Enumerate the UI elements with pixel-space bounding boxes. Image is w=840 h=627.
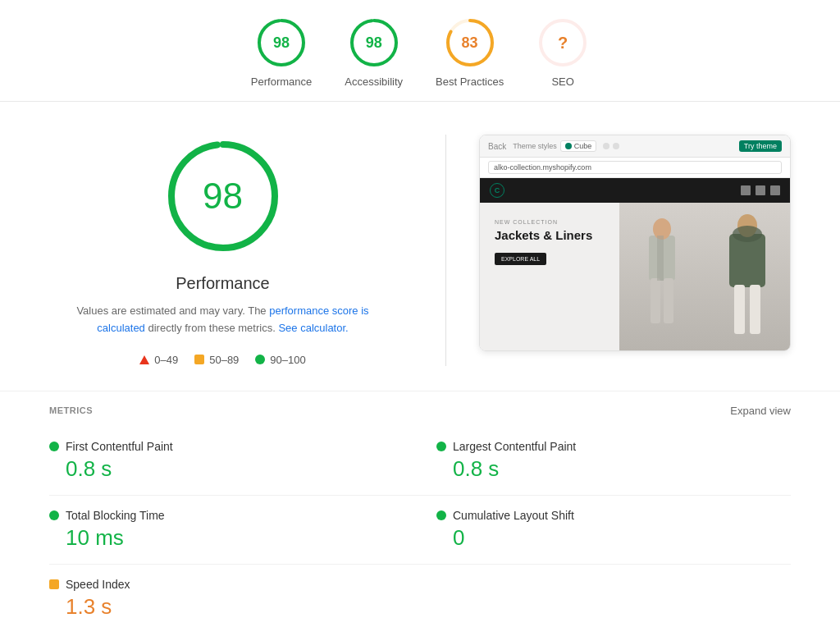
metric-si: Speed Index 1.3 s [49, 565, 420, 627]
hero-text-area: NEW COLLECTION Jackets & Liners EXPLORE … [480, 203, 619, 350]
best-practices-score-label: Best Practices [436, 76, 504, 88]
metrics-section: METRICS Expand view First Contentful Pai… [0, 391, 840, 627]
right-panel: Back Theme styles Cube Try theme alko-co [479, 135, 791, 366]
metric-lcp: Largest Contentful Paint 0.8 s [420, 427, 791, 496]
performance-score-label: Performance [251, 76, 312, 88]
big-performance-score: 98 [203, 176, 243, 217]
legend-item-green: 90–100 [255, 354, 305, 366]
metric-si-name-row: Speed Index [49, 578, 387, 591]
hero-collection-label: NEW COLLECTION [495, 219, 605, 225]
score-item-best-practices[interactable]: 83 Best Practices [436, 16, 504, 88]
browser-back-btn[interactable]: Back [488, 142, 506, 151]
store-logo-letter: C [495, 186, 500, 195]
accessibility-score-label: Accessibility [345, 76, 403, 88]
legend-square-icon [194, 355, 204, 364]
seo-score-label: SEO [551, 76, 573, 88]
metric-si-dot [49, 579, 59, 589]
nav-account-icon [756, 185, 765, 195]
browser-toolbar: Back Theme styles Cube Try theme [480, 135, 790, 158]
svg-rect-17 [734, 285, 745, 334]
metric-fcp-dot [49, 442, 59, 451]
big-performance-circle: 98 [162, 135, 285, 258]
metric-lcp-dot [436, 442, 446, 451]
best-practices-score-value: 83 [462, 35, 478, 50]
metric-fcp: First Contentful Paint 0.8 s [49, 427, 420, 496]
metrics-section-title: METRICS [49, 405, 93, 415]
score-circle-seo: ? [536, 16, 589, 69]
nav-search-icon [741, 185, 751, 195]
svg-rect-18 [750, 285, 760, 334]
score-item-performance[interactable]: 98 Performance [251, 16, 312, 88]
score-circle-accessibility: 98 [348, 16, 400, 69]
url-bar-container: alko-collection.myshopify.com [480, 158, 790, 178]
color-label: Cube [574, 142, 592, 150]
metric-cls: Cumulative Layout Shift 0 [420, 496, 791, 565]
metric-tbt: Total Blocking Time 10 ms [49, 496, 420, 565]
desc-text-2: directly from these metrics. [145, 322, 279, 334]
calculator-link[interactable]: See calculator. [278, 322, 348, 334]
score-circle-performance: 98 [255, 16, 308, 69]
metric-tbt-name: Total Blocking Time [66, 509, 165, 522]
hero-model-1 [619, 203, 705, 350]
metric-empty [420, 565, 791, 627]
performance-description: Values are estimated and may vary. The p… [67, 303, 379, 337]
metric-cls-name-row: Cumulative Layout Shift [436, 509, 791, 522]
seo-score-value: ? [558, 34, 568, 51]
hero-cta-button[interactable]: EXPLORE ALL [495, 253, 546, 265]
metric-cls-dot [436, 510, 446, 520]
legend-orange-range: 50–89 [209, 354, 239, 366]
color-dot [565, 143, 572, 149]
main-content: 98 Performance Values are estimated and … [0, 102, 840, 391]
accessibility-score-value: 98 [366, 35, 382, 50]
store-logo: C [490, 183, 504, 198]
hero-model-2 [705, 203, 790, 350]
legend-item-orange: 50–89 [194, 354, 239, 366]
metric-si-value: 1.3 s [49, 594, 387, 620]
legend-item-red: 0–49 [139, 354, 178, 366]
metric-tbt-dot [49, 510, 59, 520]
metric-lcp-name-row: Largest Contentful Paint [436, 440, 791, 453]
metric-lcp-value: 0.8 s [436, 456, 791, 482]
metric-cls-name: Cumulative Layout Shift [453, 509, 574, 522]
metric-fcp-name-row: First Contentful Paint [49, 440, 387, 453]
hero-title: Jackets & Liners [495, 228, 605, 243]
legend-dot-icon [255, 355, 265, 364]
performance-score-value: 98 [273, 35, 290, 50]
browser-action-1 [603, 143, 609, 149]
store-nav-icons [741, 185, 780, 195]
theme-styles-label: Theme styles [513, 142, 557, 150]
performance-title: Performance [176, 274, 270, 293]
metrics-grid: First Contentful Paint 0.8 s Largest Con… [49, 427, 791, 627]
expand-view-button[interactable]: Expand view [730, 405, 791, 417]
legend-red-range: 0–49 [154, 354, 178, 366]
metric-fcp-value: 0.8 s [49, 456, 387, 482]
legend-triangle-icon [139, 355, 149, 364]
score-circle-best-practices: 83 [444, 16, 496, 69]
score-item-seo[interactable]: ? SEO [536, 16, 589, 88]
metric-lcp-name: Largest Contentful Paint [453, 440, 576, 453]
browser-action-2 [613, 143, 619, 149]
nav-cart-icon [770, 185, 780, 195]
hero-models [619, 203, 790, 350]
browser-url-bar[interactable]: alko-collection.myshopify.com [488, 161, 782, 174]
svg-rect-12 [651, 278, 660, 323]
svg-point-19 [733, 226, 762, 242]
metrics-header: METRICS Expand view [49, 391, 791, 427]
legend-green-range: 90–100 [270, 354, 305, 366]
score-item-accessibility[interactable]: 98 Accessibility [345, 16, 403, 88]
try-theme-button[interactable]: Try theme [739, 140, 782, 152]
scores-bar: 98 Performance 98 Accessibility 83 Best … [0, 0, 840, 102]
store-nav: C [480, 178, 790, 203]
panel-divider [445, 135, 446, 366]
svg-rect-14 [657, 236, 664, 281]
metric-si-name: Speed Index [66, 578, 130, 591]
metric-tbt-value: 10 ms [49, 525, 387, 551]
browser-preview: Back Theme styles Cube Try theme alko-co [479, 135, 791, 351]
metric-fcp-name: First Contentful Paint [66, 440, 173, 453]
svg-rect-13 [664, 278, 673, 323]
store-hero: NEW COLLECTION Jackets & Liners EXPLORE … [480, 203, 790, 350]
metric-tbt-name-row: Total Blocking Time [49, 509, 387, 522]
left-panel: 98 Performance Values are estimated and … [49, 135, 396, 366]
metric-cls-value: 0 [436, 525, 791, 551]
desc-text-1: Values are estimated and may vary. The [76, 304, 269, 317]
